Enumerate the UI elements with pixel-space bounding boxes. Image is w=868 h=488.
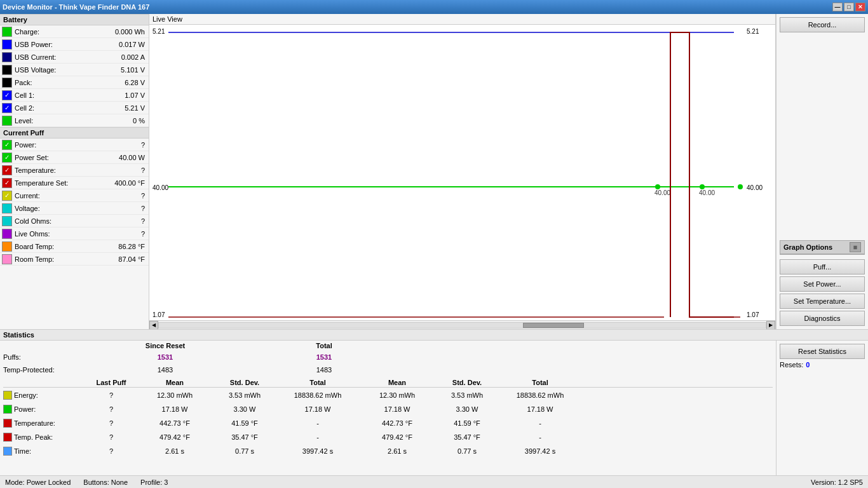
puffs-total-value: 1531 <box>245 353 403 361</box>
y-label-right-max: 5.21 <box>747 28 759 35</box>
battery-section-header: Battery <box>0 14 149 25</box>
puff-row-6: Cold Ohms:? <box>0 215 149 227</box>
puff-row-2: ✓Temperature:? <box>0 164 149 177</box>
battery-label-5: Cell 1: <box>15 92 102 99</box>
maximize-button[interactable]: □ <box>844 3 854 11</box>
puff-checkbox-2[interactable]: ✓ <box>2 165 12 175</box>
cell1-label: 1.07 <box>654 320 667 320</box>
total-header: Total <box>245 342 403 349</box>
puff-row-4: ✓Current:? <box>0 189 149 202</box>
scrollbar-track[interactable] <box>158 322 766 329</box>
graph-options-icon[interactable]: ≡ <box>850 242 861 252</box>
stats-mini-checkbox-3[interactable] <box>3 433 12 442</box>
top-area: Battery Charge:0.000 WhUSB Power:0.017 W… <box>0 14 868 329</box>
stats-row-label-text-1: Power: <box>14 405 36 413</box>
puff-checkbox-9[interactable] <box>2 254 12 264</box>
puff-checkbox-6[interactable] <box>2 216 12 226</box>
puff-checkbox-0[interactable]: ✓ <box>2 140 12 150</box>
puff-label-7: Live Ohms: <box>15 230 102 238</box>
set-power-button[interactable]: Set Power... <box>780 276 865 292</box>
stats-row-label-text-2: Temperature: <box>14 419 55 427</box>
battery-value-7: 0 % <box>102 117 147 125</box>
scrollbar-thumb[interactable] <box>523 323 584 328</box>
puff-checkbox-3[interactable]: ✓ <box>2 178 12 188</box>
stats-label-2: Temperature: <box>3 419 86 428</box>
battery-checkbox-0[interactable] <box>2 27 12 37</box>
battery-checkbox-5[interactable]: ✓ <box>2 90 12 100</box>
stats-cell-2-3: - <box>276 419 359 427</box>
battery-label-2: USB Current: <box>15 53 102 61</box>
power-dot-2 <box>655 184 660 189</box>
record-button[interactable]: Record... <box>780 17 865 32</box>
y-label-low: 1.07 <box>153 311 165 318</box>
puff-button[interactable]: Puff... <box>780 259 865 274</box>
puff-checkbox-5[interactable] <box>2 203 12 214</box>
scroll-left-btn[interactable]: ◀ <box>149 321 158 330</box>
col-total2: Total <box>499 379 581 386</box>
stats-cell-0-6: 18838.62 mWh <box>499 391 581 399</box>
power-dot-3 <box>700 184 705 189</box>
battery-row-0: Charge:0.000 Wh <box>0 25 149 38</box>
battery-value-0: 0.000 Wh <box>102 28 147 36</box>
puff-row-8: Board Temp:86.28 °F <box>0 240 149 253</box>
puff-checkbox-1[interactable]: ✓ <box>2 152 12 163</box>
stats-cell-4-2: 0.77 s <box>213 447 276 455</box>
puff-label-6: Cold Ohms: <box>15 217 102 225</box>
puff-value-8: 86.28 °F <box>102 243 147 250</box>
live-view: 5.21 40.00 1.07 5.21 40.00 1.07 <box>149 25 775 320</box>
diagnostics-button[interactable]: Diagnostics <box>780 311 865 326</box>
battery-checkbox-2[interactable] <box>2 52 12 62</box>
set-temperature-button[interactable]: Set Temperature... <box>780 294 865 309</box>
stats-cell-1-5: 3.30 W <box>435 405 499 413</box>
stats-cell-4-0: ? <box>86 447 137 455</box>
scroll-right-btn[interactable]: ▶ <box>766 321 775 330</box>
y-label-max: 5.21 <box>153 28 165 35</box>
close-button[interactable]: ✕ <box>855 3 865 11</box>
stats-cell-3-4: 479.42 °F <box>359 433 435 441</box>
battery-checkbox-6[interactable]: ✓ <box>2 103 12 113</box>
temp-protected-label: Temp-Protected: <box>3 366 86 374</box>
titlebar: Device Monitor - Think Vape Finder DNA 1… <box>0 0 868 14</box>
stats-label-0: Energy: <box>3 391 86 400</box>
y-label-right-mid: 40.00 <box>747 184 763 191</box>
stats-mini-checkbox-0[interactable] <box>3 391 12 400</box>
stats-row-2: Temperature:?442.73 °F41.59 °F-442.73 °F… <box>3 416 773 430</box>
battery-checkbox-3[interactable] <box>2 65 12 75</box>
puff-checkbox-8[interactable] <box>2 241 12 252</box>
stats-cell-2-1: 442.73 °F <box>137 419 213 427</box>
battery-row-5: ✓Cell 1:1.07 V <box>0 89 149 102</box>
stats-cell-4-3: 3997.42 s <box>276 447 359 455</box>
puff-label-1: Power Set: <box>15 154 102 161</box>
col-std: Std. Dev. <box>213 379 276 386</box>
main: Battery Charge:0.000 WhUSB Power:0.017 W… <box>0 14 868 488</box>
stats-mini-checkbox-4[interactable] <box>3 447 12 456</box>
titlebar-controls: — □ ✕ <box>832 3 865 11</box>
stats-mini-checkbox-2[interactable] <box>3 419 12 428</box>
battery-checkbox-7[interactable] <box>2 116 12 126</box>
battery-label-4: Pack: <box>15 79 102 86</box>
stats-row-1: Power:?17.18 W3.30 W17.18 W17.18 W3.30 W… <box>3 402 773 416</box>
battery-checkbox-1[interactable] <box>2 39 12 50</box>
stats-cell-0-0: ? <box>86 391 137 399</box>
since-reset-header: Since Reset <box>86 342 245 349</box>
puffs-label: Puffs: <box>3 353 86 361</box>
y-label-right-low: 1.07 <box>747 311 759 318</box>
minimize-button[interactable]: — <box>832 3 843 11</box>
puff-checkbox-7[interactable] <box>2 229 12 239</box>
stats-cell-3-0: ? <box>86 433 137 441</box>
battery-value-1: 0.017 W <box>102 41 147 48</box>
battery-checkbox-4[interactable] <box>2 78 12 88</box>
status-version: Version: 1.2 SP5 <box>811 478 863 486</box>
stats-row-label-text-3: Temp. Peak: <box>14 433 53 441</box>
puff-value-6: ? <box>102 217 147 225</box>
stats-cell-0-2: 3.53 mWh <box>213 391 276 399</box>
puff-checkbox-4[interactable]: ✓ <box>2 191 12 201</box>
stats-mini-checkbox-1[interactable] <box>3 405 12 414</box>
battery-value-3: 5.101 V <box>102 66 147 74</box>
reset-statistics-button[interactable]: Reset Statistics <box>780 344 865 359</box>
battery-row-4: Pack:6.28 V <box>0 76 149 89</box>
stats-cell-1-3: 17.18 W <box>276 405 359 413</box>
stats-cell-0-4: 12.30 mWh <box>359 391 435 399</box>
puff-row-7: Live Ohms:? <box>0 227 149 240</box>
temp-since-value: 1483 <box>86 366 245 374</box>
